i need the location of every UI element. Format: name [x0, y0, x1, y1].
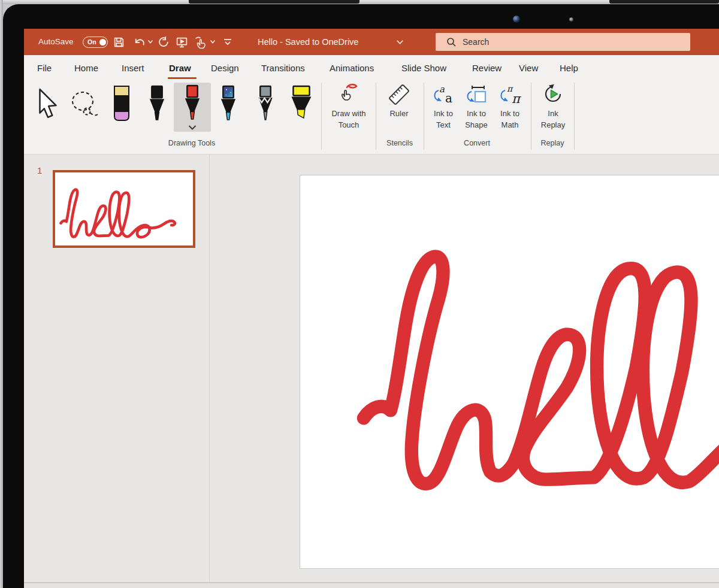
tab-draw[interactable]: Draw — [169, 60, 191, 77]
tab-design[interactable]: Design — [211, 60, 239, 77]
camera-icon — [513, 16, 520, 23]
ink-to-shape-button[interactable] — [465, 84, 489, 105]
pen-red-icon — [183, 84, 202, 122]
select-tool-button[interactable] — [35, 87, 61, 120]
autosave-toggle-knob — [99, 39, 106, 46]
device-frame: AutoSave On — [0, 0, 719, 588]
draw-with-touch-label: Draw with Touch — [324, 108, 374, 131]
pen-options-chevron-icon[interactable] — [188, 125, 197, 130]
group-label-drawing-tools: Drawing Tools — [144, 139, 240, 147]
svg-text:a: a — [445, 91, 452, 105]
pen-black-button[interactable] — [147, 85, 167, 122]
pen-galaxy-button[interactable] — [219, 85, 238, 122]
autosave-label: AutoSave — [38, 29, 74, 55]
draw-with-touch-icon — [337, 83, 360, 105]
group-label-replay: Replay — [528, 139, 576, 147]
redo-icon[interactable] — [157, 36, 170, 49]
ink-replay-icon — [542, 83, 564, 105]
document-title: Hello - Saved to OneDrive — [258, 29, 358, 55]
undo-icon[interactable] — [133, 36, 146, 49]
ink-replay-label: Ink Replay — [537, 108, 569, 131]
autosave-toggle[interactable]: On — [83, 37, 108, 48]
tab-transitions[interactable]: Transitions — [261, 60, 305, 77]
workspace: 1 — [24, 154, 719, 588]
tab-help[interactable]: Help — [560, 60, 578, 77]
ink-to-math-label: Ink to Math — [493, 108, 527, 131]
ruler-icon — [388, 83, 410, 105]
ink-to-text-button[interactable]: a a — [432, 84, 456, 105]
group-label-convert: Convert — [453, 139, 501, 147]
camera-dot-icon — [569, 17, 573, 22]
ruler-button[interactable] — [388, 83, 410, 105]
save-icon[interactable] — [113, 36, 125, 49]
slide-canvas[interactable] — [300, 175, 719, 569]
ink-replay-button[interactable] — [542, 83, 564, 105]
ribbon-divider — [424, 83, 424, 150]
canvas-ink-hello — [345, 215, 719, 560]
ribbon-divider — [321, 83, 322, 150]
search-icon — [446, 37, 457, 47]
ink-to-shape-label: Ink to Shape — [459, 108, 494, 131]
tab-home[interactable]: Home — [74, 60, 98, 77]
tab-insert[interactable]: Insert — [122, 60, 144, 77]
search-box[interactable] — [436, 33, 690, 51]
ribbon: File Home Insert Draw Design Transitions… — [24, 55, 719, 154]
title-bar: AutoSave On — [24, 29, 719, 55]
title-dropdown-chevron-icon[interactable] — [397, 40, 403, 44]
lasso-icon — [70, 90, 99, 119]
pen-galaxy-icon — [219, 85, 238, 122]
eraser-button[interactable] — [113, 85, 131, 122]
ink-to-math-icon: π π — [499, 84, 522, 105]
ink-to-text-label: Ink to Text — [426, 108, 461, 131]
customize-quick-access-icon[interactable] — [222, 36, 234, 49]
ink-to-math-button[interactable]: π π — [499, 84, 522, 105]
svg-text:a: a — [439, 84, 445, 95]
autosave-toggle-state: On — [87, 38, 96, 46]
screen-bottom-strip — [24, 583, 719, 588]
ribbon-divider — [574, 83, 575, 150]
tab-review[interactable]: Review — [472, 60, 502, 77]
tab-file[interactable]: File — [37, 60, 52, 77]
app-window: AutoSave On — [24, 29, 719, 588]
device-top-slot — [189, 0, 360, 4]
undo-dropdown-chevron-icon[interactable] — [148, 40, 153, 44]
group-label-stencils: Stencils — [376, 139, 424, 147]
draw-with-touch-button[interactable] — [324, 83, 374, 105]
search-input[interactable] — [463, 37, 666, 47]
touch-inking-dropdown-chevron-icon[interactable] — [210, 40, 215, 44]
ruler-label: Ruler — [380, 108, 418, 119]
tab-animations[interactable]: Animations — [330, 60, 374, 77]
highlighter-button[interactable] — [290, 85, 313, 122]
svg-text:π: π — [512, 92, 521, 105]
tab-view[interactable]: View — [519, 60, 538, 77]
thumbnail-ink-hello — [56, 181, 233, 253]
highlighter-icon — [290, 85, 313, 122]
eraser-icon — [113, 85, 131, 122]
select-cursor-icon — [35, 87, 61, 120]
pencil-icon — [256, 85, 275, 122]
pen-red-button-selected[interactable] — [174, 83, 211, 132]
lasso-select-button[interactable] — [70, 90, 99, 119]
device-top-slot — [609, 0, 719, 4]
pen-black-icon — [147, 85, 167, 122]
pencil-button[interactable] — [256, 85, 275, 122]
tab-slide-show[interactable]: Slide Show — [401, 60, 446, 77]
active-tab-underline — [168, 77, 197, 79]
slide-number: 1 — [37, 165, 42, 175]
ink-to-text-icon: a a — [432, 84, 456, 105]
start-slideshow-icon[interactable] — [176, 36, 188, 49]
ink-to-shape-icon — [465, 84, 489, 105]
slide-thumbnail[interactable] — [53, 170, 195, 248]
touch-inking-icon[interactable] — [194, 36, 207, 49]
